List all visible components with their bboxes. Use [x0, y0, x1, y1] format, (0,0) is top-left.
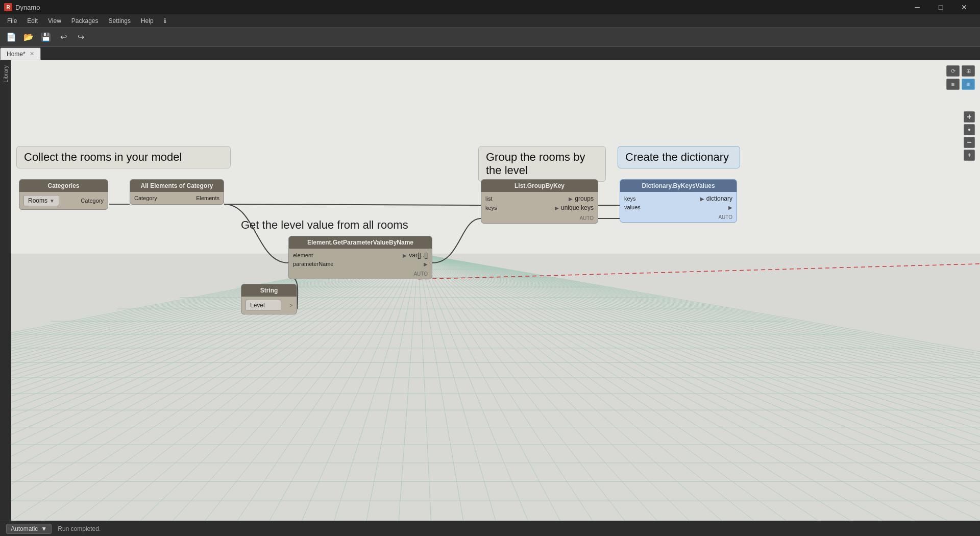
statusbar: Automatic ▼ Run completed. [0, 521, 980, 536]
run-mode-label: Automatic [11, 525, 38, 532]
all-elements-output-port: Elements [196, 195, 219, 201]
toolbar: 📄 📂 💾 ↩ ↪ [0, 28, 980, 47]
right-ctrl-row2: ≡ ≡ [946, 79, 975, 90]
tab-home[interactable]: Home* ✕ [0, 47, 41, 60]
group-groups-output: groups [575, 195, 594, 202]
sidebar: Library [0, 60, 11, 521]
open-button[interactable]: 📂 [21, 30, 36, 44]
run-mode-arrow: ▼ [41, 525, 47, 532]
categories-dropdown[interactable]: Rooms ▼ [23, 195, 59, 206]
app-title: Dynamo [15, 4, 40, 11]
node-get-param-paramname-row: parameterName ▶ [289, 260, 432, 268]
status-message: Run completed. [58, 525, 101, 532]
menu-edit[interactable]: Edit [22, 15, 43, 27]
app-icon: R [4, 3, 12, 11]
list-view-btn[interactable]: ≡ [946, 79, 960, 90]
node-group-list-row: list ▶ groups [481, 194, 598, 203]
titlebar-controls: ─ □ ✕ [905, 0, 976, 14]
menu-packages[interactable]: Packages [66, 15, 104, 27]
menu-file[interactable]: File [2, 15, 22, 27]
node-group-by-key[interactable]: List.GroupByKey list ▶ groups keys ▶ uni… [481, 179, 598, 224]
node-all-elements-row: Category Elements [130, 194, 224, 202]
node-group-keys-row: keys ▶ unique keys [481, 203, 598, 212]
zoom-in-button[interactable]: + [964, 111, 975, 123]
dict-values-input: values [624, 204, 641, 210]
comment-create: Create the dictionary [618, 146, 740, 168]
node-get-param-element-row: element ▶ var[]..[] [289, 251, 432, 260]
minimize-button[interactable]: ─ [905, 0, 929, 14]
group-auto: AUTO [481, 214, 598, 223]
redo-button[interactable]: ↪ [74, 30, 88, 44]
dict-keys-input: keys [624, 196, 636, 202]
node-get-param[interactable]: Element.GetParameterValueByName element … [288, 236, 432, 279]
new-button[interactable]: 📄 [4, 30, 18, 44]
node-dict-header: Dictionary.ByKeysValues [620, 180, 737, 192]
tabbar: Home* ✕ [0, 47, 980, 60]
node-string-row: Level > [241, 299, 297, 312]
maximize-button[interactable]: □ [929, 0, 952, 14]
node-dict-by-keys[interactable]: Dictionary.ByKeysValues keys ▶ dictionar… [620, 179, 737, 223]
node-all-elements[interactable]: All Elements of Category Category Elemen… [130, 179, 224, 205]
comment-collect: Collect the rooms in your model [16, 146, 231, 168]
node-all-elements-header: All Elements of Category [130, 180, 224, 192]
main: Library Collect the rooms in your model [0, 60, 980, 521]
menu-settings[interactable]: Settings [104, 15, 136, 27]
all-elements-input-port: Category [134, 195, 157, 201]
zoom-out-button[interactable]: − [964, 137, 975, 148]
run-mode-dropdown[interactable]: Automatic ▼ [6, 524, 52, 534]
3d-view-btn[interactable]: ⟳ [946, 65, 960, 77]
node-categories[interactable]: Categories Rooms ▼ Category [19, 179, 108, 210]
group-list-input: list [485, 196, 492, 202]
menubar: File Edit View Packages Settings Help ℹ [0, 14, 980, 28]
zoom-controls: + ● − + [964, 111, 975, 161]
get-param-element-port: element [293, 252, 313, 258]
grid-btn[interactable]: ⊞ [962, 65, 975, 77]
layout-btn[interactable]: ≡ [962, 79, 975, 90]
comment-group: Group the rooms by the level [478, 146, 606, 182]
menu-help[interactable]: Help [136, 15, 159, 27]
string-output-port: > [289, 303, 292, 308]
node-categories-row: Rooms ▼ Category [19, 194, 108, 207]
menu-view[interactable]: View [43, 15, 66, 27]
node-group-by-key-header: List.GroupByKey [481, 180, 598, 192]
get-param-paramname-port: parameterName [293, 261, 333, 267]
group-keys-input: keys [485, 205, 497, 211]
node-dict-values-row: values ▶ [620, 203, 737, 211]
categories-output-port: Category [81, 198, 104, 204]
menu-info[interactable]: ℹ [159, 15, 172, 27]
dict-auto: AUTO [620, 213, 737, 222]
right-controls: ⟳ ⊞ ≡ ≡ [946, 65, 975, 90]
node-string-header: String [241, 284, 297, 297]
zoom-fit-button[interactable]: ● [964, 124, 975, 135]
get-param-output: var[]..[] [409, 252, 428, 259]
close-button[interactable]: ✕ [952, 0, 976, 14]
node-dict-keys-row: keys ▶ dictionary [620, 194, 737, 203]
save-button[interactable]: 💾 [39, 30, 53, 44]
node-string[interactable]: String Level > [241, 284, 297, 314]
grid-background [11, 60, 980, 521]
dict-output: dictionary [706, 195, 732, 202]
group-uniquekeys-output: unique keys [561, 204, 594, 211]
right-ctrl-row1: ⟳ ⊞ [946, 65, 975, 77]
titlebar: R Dynamo ─ □ ✕ [0, 0, 980, 14]
sidebar-library-label[interactable]: Library [3, 63, 9, 85]
canvas[interactable]: Collect the rooms in your model Categori… [11, 60, 980, 521]
get-param-auto: AUTO [289, 270, 432, 279]
string-value-field[interactable]: Level [246, 300, 281, 311]
tab-close-icon[interactable]: ✕ [30, 51, 34, 57]
titlebar-left: R Dynamo [4, 3, 40, 11]
undo-button[interactable]: ↩ [56, 30, 70, 44]
node-categories-header: Categories [19, 180, 108, 192]
zoom-home-button[interactable]: + [964, 150, 975, 161]
tab-home-label: Home* [7, 51, 26, 58]
dropdown-arrow-icon: ▼ [50, 198, 55, 204]
node-get-param-header: Element.GetParameterValueByName [289, 236, 432, 249]
